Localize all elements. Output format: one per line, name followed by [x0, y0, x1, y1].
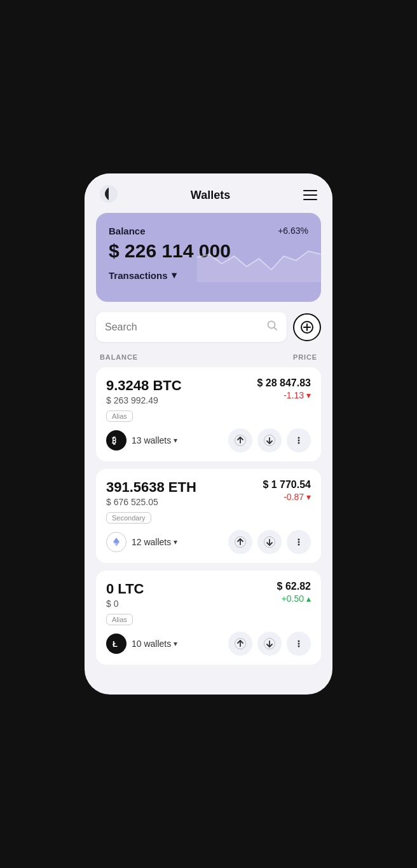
svg-point-22 — [298, 541, 300, 543]
btc-actions — [228, 428, 311, 452]
svg-line-2 — [275, 328, 277, 330]
balance-label: Balance — [109, 226, 146, 236]
btc-wallets-row: ₿ 13 wallets ▾ — [106, 430, 177, 451]
chevron-down-icon: ▾ — [174, 436, 177, 445]
add-wallet-button[interactable] — [293, 313, 321, 341]
btc-icon: ₿ — [106, 430, 126, 451]
btc-more-button[interactable] — [287, 428, 311, 452]
svg-point-11 — [298, 437, 300, 439]
eth-alias-tag: Secondary — [106, 512, 151, 524]
svg-point-13 — [298, 442, 300, 444]
chevron-down-icon: ▾ — [174, 538, 177, 546]
svg-point-30 — [298, 643, 300, 645]
header: Wallets — [85, 173, 332, 213]
search-input[interactable] — [105, 322, 261, 333]
btc-balance: 9.3248 BTC — [106, 377, 182, 394]
balance-card: Balance +6.63% $ 226 114 000 Transaction… — [96, 213, 321, 302]
eth-receive-button[interactable] — [257, 530, 282, 554]
chevron-down-icon: ▾ — [172, 269, 177, 281]
svg-point-31 — [298, 646, 300, 648]
svg-point-21 — [298, 539, 300, 541]
ltc-icon: Ł — [106, 634, 126, 654]
ltc-balance: 0 LTC — [106, 581, 144, 597]
price-column-header: PRICE — [293, 353, 317, 361]
search-icon — [266, 320, 278, 334]
svg-text:₿: ₿ — [112, 435, 116, 445]
eth-change: -0.87 ▾ — [263, 492, 311, 502]
search-box — [96, 312, 287, 342]
balance-chart — [197, 232, 321, 283]
btc-usd-value: $ 263 992.49 — [106, 395, 182, 405]
eth-actions — [228, 530, 311, 554]
btc-receive-button[interactable] — [257, 428, 282, 452]
eth-wallets-label[interactable]: 12 wallets ▾ — [132, 537, 177, 547]
ltc-wallets-label[interactable]: 10 wallets ▾ — [132, 639, 177, 649]
ltc-actions — [228, 632, 311, 656]
menu-button[interactable] — [303, 190, 317, 200]
btc-change: -1.13 ▾ — [257, 390, 311, 400]
ltc-price: $ 62.82 — [277, 581, 311, 592]
coins-list: 9.3248 BTC $ 263 992.49 $ 28 847.83 -1.1… — [85, 367, 332, 672]
svg-text:Ł: Ł — [113, 639, 118, 649]
ltc-wallets-row: Ł 10 wallets ▾ — [106, 634, 177, 654]
eth-price: $ 1 770.54 — [263, 479, 311, 491]
svg-point-23 — [298, 544, 300, 546]
eth-more-button[interactable] — [287, 530, 311, 554]
app-logo — [100, 185, 118, 205]
btc-wallets-label[interactable]: 13 wallets ▾ — [132, 435, 177, 445]
ltc-usd-value: $ 0 — [106, 599, 144, 609]
svg-point-12 — [298, 440, 300, 442]
svg-point-29 — [298, 641, 300, 642]
ltc-change: +0.50 ▴ — [277, 593, 311, 604]
ltc-more-button[interactable] — [287, 632, 311, 656]
chevron-down-icon: ▾ — [174, 639, 177, 648]
page-title: Wallets — [191, 189, 230, 202]
search-row — [96, 312, 321, 342]
btc-send-button[interactable] — [228, 428, 252, 452]
phone-frame: Wallets Balance +6.63% $ 226 114 000 Tra… — [85, 173, 332, 695]
ltc-receive-button[interactable] — [257, 632, 282, 656]
coin-card-ltc: 0 LTC $ 0 $ 62.82 +0.50 ▴ Alias Ł — [96, 571, 321, 665]
eth-send-button[interactable] — [228, 530, 252, 554]
eth-balance: 391.5638 ETH — [106, 479, 196, 496]
transactions-button[interactable]: Transactions ▾ — [109, 269, 177, 281]
ltc-send-button[interactable] — [228, 632, 252, 656]
coin-card-btc: 9.3248 BTC $ 263 992.49 $ 28 847.83 -1.1… — [96, 367, 321, 461]
eth-icon — [106, 532, 126, 552]
balance-column-header: BALANCE — [100, 353, 138, 361]
btc-price: $ 28 847.83 — [257, 377, 311, 389]
eth-usd-value: $ 676 525.05 — [106, 497, 196, 507]
coin-card-eth: 391.5638 ETH $ 676 525.05 $ 1 770.54 -0.… — [96, 469, 321, 563]
eth-wallets-row: 12 wallets ▾ — [106, 532, 177, 552]
ltc-alias-tag: Alias — [106, 614, 133, 625]
list-header: BALANCE PRICE — [85, 349, 332, 367]
btc-alias-tag: Alias — [106, 410, 133, 422]
